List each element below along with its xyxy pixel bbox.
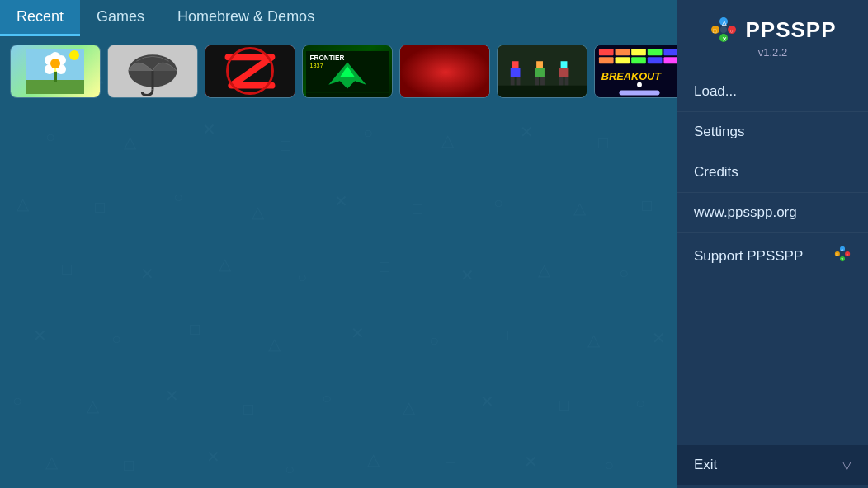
svg-rect-27	[536, 61, 543, 68]
svg-rect-44	[631, 57, 646, 63]
main-content: Recent Games Homebrew & Demos	[0, 0, 677, 488]
game-thumbnail-crimson[interactable]	[399, 45, 490, 98]
tab-games[interactable]: Games	[80, 0, 161, 36]
svg-rect-25	[511, 77, 515, 86]
menu-item-support[interactable]: Support PPSSPP △ ○ ✕ □	[677, 233, 868, 279]
nav-tabs: Recent Games Homebrew & Demos	[0, 0, 677, 36]
svg-rect-40	[648, 49, 663, 56]
svg-rect-45	[648, 57, 663, 63]
game-thumbnail-ninja[interactable]	[497, 45, 587, 98]
right-panel: △ ○ ✕ □ PPSSPP v1.2.2 Load... Settings C…	[677, 0, 868, 488]
logo-area: △ ○ ✕ □ PPSSPP v1.2.2	[677, 0, 868, 68]
svg-text:FRONTIER: FRONTIER	[310, 54, 345, 62]
support-icon: △ ○ ✕ □	[833, 245, 851, 267]
exit-label: Exit	[694, 457, 717, 473]
menu-item-load[interactable]: Load...	[677, 72, 868, 112]
svg-rect-28	[535, 68, 545, 77]
app-version: v1.2.2	[758, 46, 787, 59]
thumbnail-image: BREAKOUT	[595, 45, 684, 97]
svg-point-10	[69, 50, 79, 60]
svg-rect-35	[498, 86, 587, 98]
svg-text:○: ○	[730, 28, 734, 34]
load-label: Load...	[694, 83, 737, 100]
menu-item-exit[interactable]: Exit ▽	[677, 445, 868, 485]
game-thumbnail-umbrella[interactable]	[107, 45, 198, 98]
svg-rect-42	[599, 57, 614, 63]
svg-rect-38	[616, 49, 630, 56]
ppsspp-icon: △ ○ ✕ □	[709, 15, 738, 45]
svg-rect-37	[599, 49, 614, 56]
svg-text:1337: 1337	[310, 62, 323, 69]
svg-rect-33	[559, 77, 564, 86]
svg-rect-1	[26, 80, 84, 94]
menu-item-website[interactable]: www.ppsspp.org	[677, 193, 868, 233]
svg-rect-32	[559, 68, 569, 77]
menu-item-credits[interactable]: Credits	[677, 152, 868, 193]
svg-text:□: □	[836, 252, 838, 256]
svg-point-49	[637, 82, 642, 87]
svg-text:○: ○	[847, 252, 849, 256]
svg-rect-21	[400, 45, 490, 98]
svg-text:BREAKOUT: BREAKOUT	[601, 70, 662, 82]
svg-rect-39	[631, 49, 646, 56]
game-thumbnail-frontier[interactable]: FRONTIER 1337	[302, 45, 393, 98]
svg-rect-23	[512, 61, 519, 68]
game-thumbnail-breakout[interactable]: BREAKOUT	[594, 45, 685, 98]
svg-rect-29	[535, 77, 539, 86]
svg-rect-24	[511, 68, 521, 77]
thumbnail-image	[498, 45, 587, 97]
svg-rect-30	[540, 77, 545, 86]
tab-recent[interactable]: Recent	[0, 0, 80, 36]
svg-point-54	[720, 26, 727, 33]
svg-text:✕: ✕	[722, 36, 727, 42]
svg-rect-26	[517, 77, 521, 86]
svg-rect-31	[561, 61, 568, 68]
game-thumbnail-flower[interactable]	[10, 45, 101, 98]
chevron-down-icon: ▽	[842, 458, 851, 472]
thumbnail-image	[11, 45, 100, 97]
game-thumbnail-redlogo[interactable]	[205, 45, 295, 98]
tab-homebrew[interactable]: Homebrew & Demos	[161, 0, 331, 36]
svg-rect-34	[564, 77, 568, 86]
svg-rect-48	[619, 91, 659, 96]
website-label: www.ppsspp.org	[694, 204, 797, 221]
thumbnail-image: FRONTIER 1337	[303, 45, 392, 97]
thumbnail-image	[400, 45, 489, 97]
menu-item-settings[interactable]: Settings	[677, 112, 868, 152]
settings-label: Settings	[694, 124, 744, 140]
thumbnail-image	[205, 45, 295, 97]
ppsspp-logo: △ ○ ✕ □ PPSSPP	[709, 15, 836, 45]
credits-label: Credits	[694, 164, 738, 181]
app-name: PPSSPP	[745, 17, 836, 43]
thumbnail-image	[108, 45, 197, 97]
menu-items: Load... Settings Credits www.ppsspp.org …	[677, 68, 868, 488]
thumbnails-row: FRONTIER 1337	[0, 36, 677, 106]
svg-text:△: △	[721, 20, 727, 26]
svg-point-9	[50, 59, 60, 68]
support-label: Support PPSSPP	[694, 248, 803, 265]
svg-rect-43	[616, 57, 630, 63]
